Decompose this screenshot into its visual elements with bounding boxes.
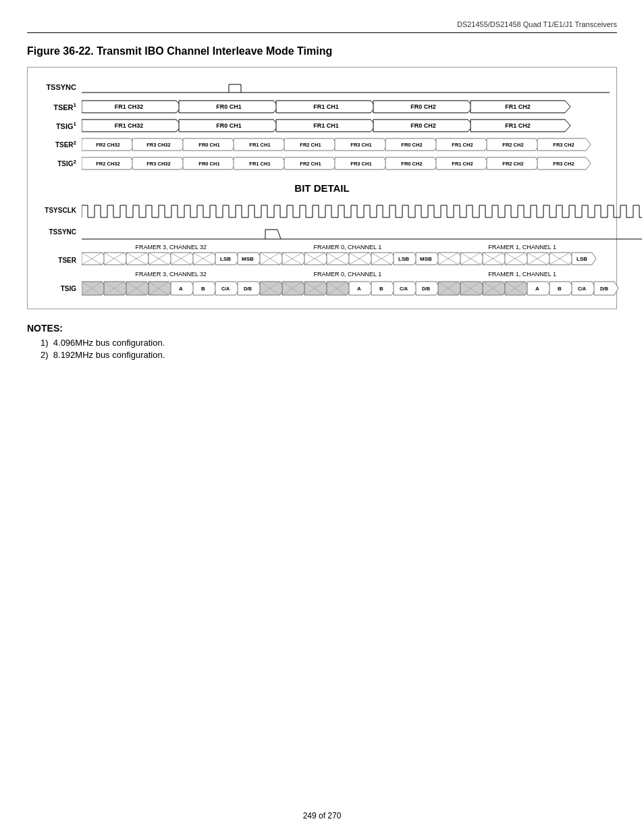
svg-text:FR1 CH2: FR1 CH2 — [505, 103, 531, 110]
svg-marker-99 — [327, 253, 351, 265]
svg-text:B: B — [379, 286, 383, 292]
tssync-signal — [82, 78, 610, 96]
svg-text:FR2 CH2: FR2 CH2 — [502, 161, 523, 167]
svg-text:FR0 CH1: FR0 CH1 — [216, 103, 242, 110]
tssync2-row: TSSYNC — [34, 222, 610, 241]
tssync2-svg — [82, 223, 642, 242]
svg-marker-186 — [549, 282, 574, 295]
footer: 249 of 270 — [0, 811, 644, 820]
tser2-row: TSER2 FR2 CH32 FR3 CH32 FR0 CH1 FR1 CH1 … — [34, 136, 610, 153]
svg-marker-80 — [171, 253, 196, 265]
svg-text:FR3 CH32: FR3 CH32 — [146, 161, 170, 167]
tser-bit-svg: LSB MSB — [82, 251, 642, 266]
svg-marker-144 — [171, 282, 195, 295]
svg-marker-141 — [149, 282, 173, 295]
svg-marker-96 — [304, 253, 329, 265]
svg-marker-105 — [371, 253, 396, 265]
svg-text:FR1 CH1: FR1 CH1 — [249, 142, 270, 148]
svg-marker-124 — [527, 253, 552, 265]
svg-marker-132 — [82, 282, 107, 295]
tser2-sup: 2 — [74, 140, 76, 146]
tsig1-label: TSIG1 — [34, 121, 82, 130]
tsysclk-signal: /* generated inline */ — [82, 201, 642, 219]
page-number: 249 of 270 — [303, 811, 342, 820]
svg-text:FR3 CH1: FR3 CH1 — [350, 142, 371, 148]
svg-text:FR2 CH32: FR2 CH32 — [96, 142, 119, 148]
svg-marker-161 — [327, 282, 351, 295]
svg-text:FR1 CH1: FR1 CH1 — [249, 161, 270, 167]
svg-marker-146 — [193, 282, 217, 295]
tsysclk-label: TSYSCLK — [34, 207, 82, 214]
svg-text:A: A — [179, 286, 183, 292]
tssync-row: TSSYNC — [34, 78, 610, 96]
svg-marker-158 — [304, 282, 329, 295]
svg-text:FR0 CH2: FR0 CH2 — [410, 122, 436, 129]
svg-text:FR1 CH2: FR1 CH2 — [452, 142, 473, 148]
svg-text:FR2 CH32: FR2 CH32 — [96, 161, 119, 167]
tsig-bit-signal: A B C/A D/B — [82, 280, 642, 297]
framer3-ch32-label: FRAMER 3, CHANNEL 32 — [82, 244, 261, 251]
diagram-box: TSSYNC TSER1 — [27, 67, 617, 309]
svg-marker-93 — [282, 253, 306, 265]
svg-text:FR3 CH2: FR3 CH2 — [553, 161, 574, 167]
svg-text:FR0 CH1: FR0 CH1 — [198, 142, 219, 148]
framer1-ch1-label2: FRAMER 1, CHANNEL 1 — [435, 271, 610, 278]
svg-text:LSB: LSB — [398, 256, 409, 262]
tsig1-sup: 1 — [74, 121, 76, 127]
svg-text:B: B — [558, 286, 562, 292]
page: DS21455/DS21458 Quad T1/E1/J1 Transceive… — [0, 0, 644, 834]
svg-text:C/A: C/A — [400, 286, 408, 291]
svg-marker-181 — [505, 282, 529, 295]
tser1-signal: FR1 CH32 FR0 CH1 FR1 CH1 FR0 CH2 FR1 CH2 — [82, 98, 642, 115]
svg-marker-112 — [438, 253, 462, 265]
svg-marker-166 — [371, 282, 396, 295]
tser-bit-row: TSER — [34, 252, 610, 268]
svg-text:MSB: MSB — [420, 256, 432, 262]
svg-marker-152 — [260, 282, 284, 295]
framer0-ch1-label2: FRAMER 0, CHANNEL 1 — [261, 271, 435, 278]
notes-section: NOTES: 1) 4.096MHz bus configuration. 2)… — [27, 323, 617, 360]
svg-text:A: A — [535, 286, 539, 292]
svg-marker-121 — [505, 253, 529, 265]
svg-marker-172 — [438, 282, 462, 295]
header: DS21455/DS21458 Quad T1/E1/J1 Transceive… — [27, 20, 617, 33]
svg-marker-90 — [260, 253, 284, 265]
svg-marker-77 — [149, 253, 173, 265]
svg-text:B: B — [201, 286, 205, 292]
svg-text:A: A — [357, 286, 361, 292]
svg-marker-178 — [483, 282, 507, 295]
svg-text:FR0 CH1: FR0 CH1 — [198, 161, 219, 167]
svg-text:D/B: D/B — [244, 286, 252, 291]
svg-text:FR1 CH1: FR1 CH1 — [313, 122, 339, 129]
tser1-sup: 1 — [74, 102, 76, 108]
svg-marker-102 — [349, 253, 373, 265]
tsig2-row: TSIG2 FR2 CH32 FR3 CH32 FR0 CH1 FR1 CH1 … — [34, 155, 610, 172]
framer1-ch1-label: FRAMER 1, CHANNEL 1 — [435, 244, 610, 251]
bit-detail-title: BIT DETAIL — [34, 182, 610, 194]
svg-text:FR0 CH1: FR0 CH1 — [216, 122, 242, 129]
tsysclk-row: TSYSCLK /* generated inline */ — [34, 201, 610, 219]
svg-marker-164 — [349, 282, 373, 295]
svg-text:FR1 CH32: FR1 CH32 — [115, 103, 144, 110]
svg-text:FR1 CH32: FR1 CH32 — [115, 122, 144, 129]
svg-marker-83 — [193, 253, 218, 265]
svg-marker-127 — [549, 253, 574, 265]
tssync-svg — [82, 78, 610, 96]
svg-marker-74 — [126, 253, 151, 265]
svg-marker-184 — [527, 282, 552, 295]
tsig-bit-label: TSIG — [34, 285, 82, 292]
tsig2-signal: FR2 CH32 FR3 CH32 FR0 CH1 FR1 CH1 FR2 CH… — [82, 155, 642, 172]
tssync2-label: TSSYNC — [34, 228, 82, 236]
notes-item-1: 1) 4.096MHz bus configuration. — [41, 338, 617, 348]
framer0-ch1-label: FRAMER 0, CHANNEL 1 — [261, 244, 435, 251]
svg-text:FR3 CH32: FR3 CH32 — [146, 142, 170, 148]
svg-line-67 — [277, 230, 281, 239]
tsig2-label: TSIG2 — [34, 159, 82, 167]
svg-text:FR0 CH2: FR0 CH2 — [401, 142, 422, 148]
svg-text:FR3 CH1: FR3 CH1 — [350, 161, 371, 167]
svg-text:C/A: C/A — [578, 286, 586, 291]
svg-marker-155 — [282, 282, 306, 295]
svg-text:C/A: C/A — [221, 286, 230, 291]
svg-text:D/B: D/B — [600, 286, 608, 291]
svg-text:FR1 CH2: FR1 CH2 — [505, 122, 531, 129]
